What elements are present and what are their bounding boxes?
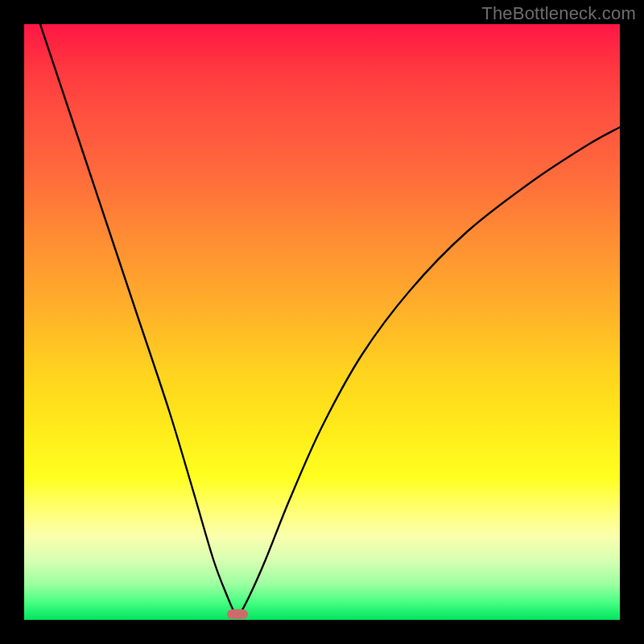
plot-area [24,24,620,620]
vertex-marker [227,609,248,619]
chart-frame: TheBottleneck.com [0,0,644,644]
bottleneck-curve [24,24,620,620]
watermark-text: TheBottleneck.com [481,3,636,24]
